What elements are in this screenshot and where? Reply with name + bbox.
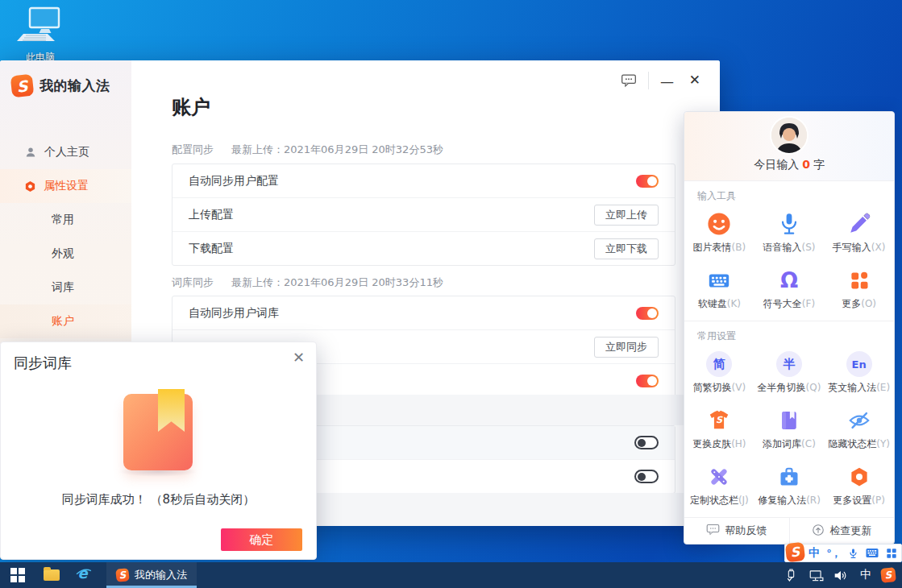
tool-add-lexicon[interactable]: 添加词库(C) [754, 401, 825, 458]
statusbar-toolbox-icon[interactable] [882, 548, 901, 559]
dialog-title: 同步词库 [14, 354, 72, 373]
tool-symbols[interactable]: Ω 符号大全(F) [754, 261, 825, 317]
book-icon [754, 407, 825, 434]
tool-more[interactable]: 更多(O) [824, 261, 894, 317]
upload-now-button[interactable]: 立即上传 [594, 205, 659, 226]
auto-sync-config-toggle[interactable] [636, 175, 659, 188]
this-pc-icon [17, 35, 64, 50]
minimize-button[interactable]: — [660, 75, 674, 89]
gear-icon [24, 180, 36, 193]
usb-tray-icon[interactable] [781, 565, 800, 585]
extra-toggle-1[interactable] [634, 436, 659, 449]
nut-icon [824, 463, 894, 491]
tools-icon [684, 463, 754, 491]
tool-more-settings[interactable]: 更多设置(P) [824, 458, 894, 514]
panel-header: 今日输入0字 [684, 112, 894, 181]
tool-handwriting[interactable]: 手写输入(X) [824, 205, 894, 261]
today-count: 0 [802, 158, 810, 171]
common-settings-grid: 简 简繁切换(V) 半 全半角切换(Q) En 英文输入法(E) S 更换皮肤(… [684, 345, 894, 514]
avatar[interactable] [771, 118, 807, 153]
internet-explorer-button[interactable]: e [68, 562, 100, 588]
sogou-task-icon: S [115, 568, 130, 582]
row-upload-config: 上传配置 立即上传 [173, 197, 675, 231]
row-auto-sync-config: 自动同步用户配置 [173, 164, 675, 197]
tool-full-half-width[interactable]: 半 全半角切换(Q) [754, 345, 825, 401]
tool-voice[interactable]: 语音输入(S) [754, 205, 825, 261]
dialog-message: 同步词库成功！ （8秒后自动关闭） [1, 492, 316, 507]
desktop-icon-this-pc[interactable]: 此电脑 [10, 6, 71, 64]
folder-icon [44, 569, 60, 581]
taskbar-task-ime[interactable]: S 我的输入法 [106, 562, 197, 588]
check-update-button[interactable]: 检查更新 [789, 518, 895, 544]
panel-footer: 帮助反馈 检查更新 [684, 517, 894, 544]
section-input-tools: 输入工具 [697, 189, 894, 203]
sogou-logo-icon: S [10, 74, 35, 98]
omega-icon: Ω [754, 267, 825, 294]
feedback-icon [621, 73, 637, 91]
last-upload-time-2: 最新上传：2021年06月29日 20时33分11秒 [231, 276, 443, 288]
ban-badge-icon: 半 [754, 350, 825, 378]
auto-sync-lexicon-toggle[interactable] [636, 307, 659, 320]
ie-icon: e [75, 565, 93, 586]
system-tray: 中 S [781, 565, 902, 585]
ime-toolbox-panel: 今日输入0字 输入工具 图片表情(B) 语音输入(S) 手写输入 [684, 111, 895, 545]
download-now-button[interactable]: 立即下载 [594, 238, 659, 259]
page-title: 账户 [172, 94, 210, 120]
panel-divider [684, 321, 894, 321]
close-button[interactable]: ✕ [689, 73, 700, 87]
pencil-icon [824, 210, 894, 238]
tool-emoji[interactable]: 图片表情(B) [684, 205, 754, 261]
tool-simp-trad[interactable]: 简 简繁切换(V) [684, 345, 754, 401]
extra-toggle-2[interactable] [634, 470, 659, 483]
en-badge-icon: En [824, 350, 894, 378]
user-icon [24, 146, 37, 159]
tray-lang-indicator[interactable]: 中 [856, 565, 875, 585]
start-button[interactable] [0, 562, 35, 588]
tool-customize-statusbar[interactable]: 定制状态栏(J) [684, 458, 754, 514]
confirm-button[interactable]: 确定 [221, 528, 302, 551]
sync-lexicon-dialog: 同步词库 ✕ 同步词库成功！ （8秒后自动关闭） 确定 [0, 342, 317, 560]
update-icon [812, 524, 825, 539]
tool-repair-ime[interactable]: 修复输入法(R) [754, 458, 825, 514]
statusbar-lang-toggle[interactable]: 中 [804, 546, 824, 561]
statusbar-mic-icon[interactable] [843, 548, 863, 559]
sidebar-item-home[interactable]: 个人主页 [0, 135, 131, 169]
taskbar: e S 我的输入法 中 S [0, 562, 902, 588]
sogou-statusbar-logo[interactable]: S [785, 541, 805, 561]
mic-icon [754, 210, 825, 238]
emoji-icon [684, 210, 754, 238]
sync-now-button[interactable]: 立即同步 [594, 337, 659, 358]
windows-logo-icon [10, 568, 25, 582]
help-feedback-button[interactable]: 帮助反馈 [684, 518, 789, 544]
section-config-sync: 配置同步最新上传：2021年06月29日 20时32分53秒 [172, 143, 443, 157]
app-name: 我的输入法 [39, 77, 110, 95]
sidebar-item-settings[interactable]: 属性设置 [0, 169, 131, 203]
section-lexicon-sync: 词库同步最新上传：2021年06月29日 20时33分11秒 [172, 275, 443, 290]
help-bubble-icon [706, 524, 720, 538]
dialog-close-icon[interactable]: ✕ [293, 349, 305, 366]
tool-soft-keyboard[interactable]: 软键盘(K) [684, 261, 754, 317]
jian-badge-icon: 简 [684, 350, 754, 378]
statusbar-punct-toggle[interactable]: °， [824, 546, 843, 561]
row-download-config: 下载配置 立即下载 [173, 231, 675, 265]
sogou-tray-icon[interactable]: S [880, 567, 896, 583]
today-input-stats: 今日输入0字 [684, 158, 894, 172]
row-auto-sync-lexicon: 自动同步用户词库 [173, 296, 675, 329]
grid-more-icon [824, 267, 894, 294]
network-tray-icon[interactable] [806, 565, 825, 585]
tool-hide-statusbar[interactable]: 隐藏状态栏(Y) [824, 401, 894, 458]
medkit-icon [754, 463, 825, 491]
lexicon-extra-toggle[interactable] [636, 375, 659, 387]
volume-tray-icon[interactable] [831, 565, 850, 585]
desktop: 此电脑 S 我的输入法 个人主页 属性设置 常用 [0, 0, 902, 588]
ime-statusbar: S 中 °， [784, 544, 902, 562]
titlebar-divider [648, 72, 649, 89]
config-sync-card: 自动同步用户配置 上传配置 立即上传 下载配置 立即下载 [172, 164, 675, 266]
feedback-button[interactable] [621, 73, 637, 91]
shirt-icon: S [684, 407, 754, 434]
svg-text:e: e [77, 565, 89, 582]
tool-change-skin[interactable]: S 更换皮肤(H) [684, 401, 754, 458]
statusbar-keyboard-icon[interactable] [863, 548, 882, 558]
tool-english-ime[interactable]: En 英文输入法(E) [824, 345, 894, 401]
file-explorer-button[interactable] [35, 562, 68, 588]
